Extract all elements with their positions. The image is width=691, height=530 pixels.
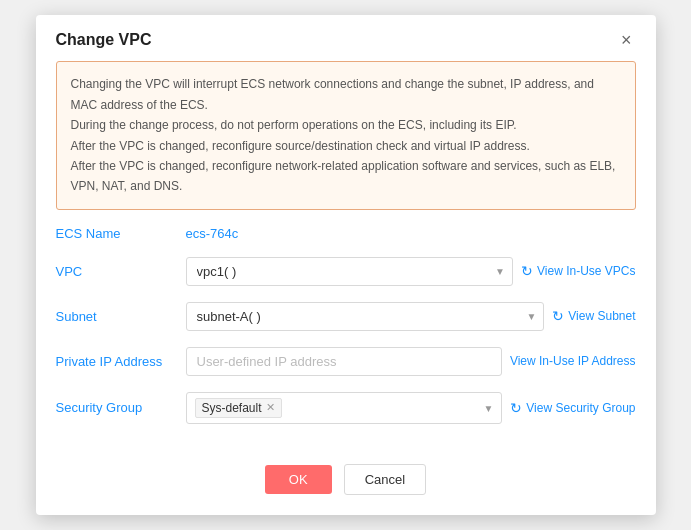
dialog-header: Change VPC × [36,15,656,61]
private-ip-label: Private IP Address [56,354,186,369]
security-group-label: Security Group [56,400,186,415]
close-button[interactable]: × [617,31,636,49]
private-ip-control [186,347,502,376]
vpc-action: ↻ View In-Use VPCs [521,263,635,279]
ecs-name-value: ecs-764c [186,226,636,241]
ok-button[interactable]: OK [265,465,332,494]
vpc-row: VPC vpc1( ) ▼ ↻ View In-Use VPCs [56,257,636,286]
security-group-tag-close-icon[interactable]: ✕ [266,401,275,414]
cancel-button[interactable]: Cancel [344,464,426,495]
vpc-select-wrapper: vpc1( ) ▼ [186,257,514,286]
subnet-control: subnet-A( ) ▼ [186,302,545,331]
dialog-title: Change VPC [56,31,152,49]
security-group-row: Security Group Sys-default ✕ ▼ ↻ View Se… [56,392,636,424]
security-group-arrow-icon: ▼ [483,402,493,413]
dialog-body: Changing the VPC will interrupt ECS netw… [36,61,656,455]
change-vpc-dialog: Change VPC × Changing the VPC will inter… [36,15,656,514]
security-group-select[interactable]: Sys-default ✕ ▼ [186,392,503,424]
vpc-link[interactable]: View In-Use VPCs [537,264,635,278]
ecs-name-row: ECS Name ecs-764c [56,226,636,241]
subnet-label: Subnet [56,309,186,324]
security-group-refresh-icon[interactable]: ↻ [510,400,522,416]
security-group-tag-label: Sys-default [202,401,262,415]
private-ip-link[interactable]: View In-Use IP Address [510,354,636,368]
subnet-action: ↻ View Subnet [552,308,635,324]
vpc-label: VPC [56,264,186,279]
security-group-link[interactable]: View Security Group [526,401,635,415]
private-ip-input[interactable] [186,347,502,376]
subnet-link[interactable]: View Subnet [568,309,635,323]
vpc-refresh-icon[interactable]: ↻ [521,263,533,279]
ecs-name-label: ECS Name [56,226,186,241]
security-group-control: Sys-default ✕ ▼ [186,392,503,424]
subnet-refresh-icon[interactable]: ↻ [552,308,564,324]
vpc-control: vpc1( ) ▼ [186,257,514,286]
private-ip-action: View In-Use IP Address [510,354,636,368]
security-group-tag: Sys-default ✕ [195,398,282,418]
warning-box: Changing the VPC will interrupt ECS netw… [56,61,636,209]
private-ip-row: Private IP Address View In-Use IP Addres… [56,347,636,376]
subnet-select[interactable]: subnet-A( ) [186,302,545,331]
dialog-footer: OK Cancel [36,456,656,515]
vpc-select[interactable]: vpc1( ) [186,257,514,286]
subnet-row: Subnet subnet-A( ) ▼ ↻ View Subnet [56,302,636,331]
security-group-action: ↻ View Security Group [510,400,635,416]
subnet-select-wrapper: subnet-A( ) ▼ [186,302,545,331]
